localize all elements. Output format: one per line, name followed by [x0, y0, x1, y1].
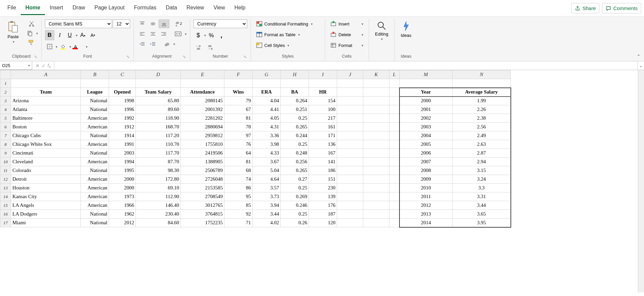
cell[interactable] — [389, 105, 399, 114]
cell[interactable]: League — [81, 88, 109, 97]
cell[interactable]: 2001392 — [181, 105, 224, 114]
col-header-L[interactable]: L — [389, 70, 399, 79]
cell[interactable] — [337, 131, 363, 140]
editing-button[interactable]: Editing ▾ — [372, 19, 391, 42]
cell[interactable] — [363, 140, 389, 149]
orientation-button[interactable]: ab — [162, 40, 172, 48]
cell[interactable]: 81 — [224, 158, 253, 166]
cell[interactable]: 69.10 — [136, 184, 181, 192]
fill-color-button[interactable] — [58, 42, 68, 51]
chevron-down-icon[interactable]: ▾ — [173, 42, 175, 46]
cell[interactable]: 4.05 — [253, 114, 281, 123]
cell[interactable] — [363, 192, 389, 201]
cell[interactable]: 0.264 — [281, 97, 309, 105]
cell[interactable]: 2.38 — [452, 114, 511, 123]
font-size-select[interactable]: 12 — [113, 19, 130, 28]
cell[interactable]: 2153585 — [181, 184, 224, 192]
cell[interactable]: 86 — [224, 184, 253, 192]
cell[interactable] — [224, 79, 253, 88]
cell[interactable]: 3.73 — [253, 192, 281, 201]
cell[interactable]: Kansas City — [11, 192, 81, 201]
cell[interactable]: 85 — [224, 201, 253, 210]
cell[interactable] — [363, 158, 389, 166]
cell[interactable]: 0.27 — [281, 175, 309, 184]
col-header-K[interactable]: K — [363, 70, 389, 79]
cell[interactable]: 67 — [224, 105, 253, 114]
chevron-down-icon[interactable]: ▾ — [185, 32, 186, 36]
cell[interactable]: 98.30 — [136, 166, 181, 175]
bold-button[interactable]: B — [45, 30, 54, 40]
cell[interactable]: National — [81, 166, 109, 175]
col-header-M[interactable]: M — [399, 70, 452, 79]
cell[interactable]: 154 — [309, 97, 337, 105]
cell[interactable] — [363, 114, 389, 123]
cell[interactable]: 2001 — [399, 105, 452, 114]
cell[interactable] — [399, 79, 452, 88]
cell[interactable] — [389, 123, 399, 131]
col-header-C[interactable]: C — [109, 70, 136, 79]
cell[interactable] — [363, 131, 389, 140]
cell[interactable]: 1995 — [109, 166, 136, 175]
cell[interactable] — [181, 79, 224, 88]
tab-view[interactable]: View — [209, 1, 229, 15]
cell[interactable]: 186 — [309, 166, 337, 175]
cell[interactable] — [337, 175, 363, 184]
cell[interactable] — [389, 166, 399, 175]
cell[interactable] — [389, 79, 399, 88]
cell[interactable]: LA Angels — [11, 201, 81, 210]
comments-button[interactable]: Comments — [602, 3, 641, 13]
cell[interactable] — [389, 210, 399, 219]
cell[interactable] — [363, 166, 389, 175]
cell[interactable] — [389, 131, 399, 140]
cell[interactable] — [389, 140, 399, 149]
col-header-E[interactable]: E — [181, 70, 224, 79]
cell[interactable]: 3.67 — [253, 158, 281, 166]
cell[interactable]: 176 — [309, 201, 337, 210]
cell[interactable] — [309, 79, 337, 88]
increase-decimal-button[interactable]: ←.0.00 — [194, 43, 205, 51]
cell[interactable]: 3.98 — [253, 140, 281, 149]
cell[interactable]: 2008 — [399, 166, 452, 175]
row-header-6[interactable]: 6 — [0, 123, 11, 131]
cell[interactable]: 0.251 — [281, 105, 309, 114]
cell[interactable]: 117.20 — [136, 131, 181, 140]
merge-center-button[interactable] — [173, 29, 183, 38]
cell[interactable]: Detroit — [11, 175, 81, 184]
cell[interactable]: 1912 — [109, 123, 136, 131]
decrease-font-button[interactable]: A▾ — [88, 31, 98, 40]
cell-styles-button[interactable]: Cell Styles▾ — [254, 41, 321, 50]
cell[interactable]: 2000 — [109, 184, 136, 192]
cell[interactable]: 2002 — [399, 114, 452, 123]
cell[interactable]: Team — [11, 88, 81, 97]
cell[interactable]: National — [81, 219, 109, 227]
cell[interactable]: 100 — [309, 105, 337, 114]
cell[interactable]: American — [81, 192, 109, 201]
cell[interactable]: 2014 — [399, 219, 452, 227]
cell[interactable]: 0.25 — [281, 184, 309, 192]
row-header-13[interactable]: 13 — [0, 184, 11, 192]
chevron-down-icon[interactable]: ▾ — [69, 45, 71, 49]
cell[interactable]: 217 — [309, 114, 337, 123]
align-right-button[interactable] — [159, 29, 169, 38]
tab-page-layout[interactable]: Page Layout — [90, 1, 129, 15]
row-header-7[interactable]: 7 — [0, 131, 11, 140]
cell[interactable]: 1962 — [109, 210, 136, 219]
cell[interactable] — [337, 123, 363, 131]
font-name-select[interactable]: Comic Sans MS — [45, 19, 112, 28]
col-header-A[interactable]: A — [11, 70, 81, 79]
cell[interactable] — [363, 210, 389, 219]
tab-review[interactable]: Review — [182, 1, 209, 15]
col-header-N[interactable]: N — [452, 70, 511, 79]
cell[interactable] — [136, 79, 181, 88]
cell[interactable]: 2.49 — [452, 131, 511, 140]
cell[interactable]: 0.25 — [281, 140, 309, 149]
underline-button[interactable]: U — [65, 31, 74, 40]
align-middle-button[interactable] — [148, 19, 158, 28]
cell[interactable] — [363, 79, 389, 88]
cell[interactable]: 4.31 — [253, 123, 281, 131]
cell[interactable]: 2080145 — [181, 97, 224, 105]
cell[interactable]: 4.33 — [253, 149, 281, 158]
row-header-8[interactable]: 8 — [0, 140, 11, 149]
cell[interactable]: 2.63 — [452, 140, 511, 149]
row-header-14[interactable]: 14 — [0, 192, 11, 201]
